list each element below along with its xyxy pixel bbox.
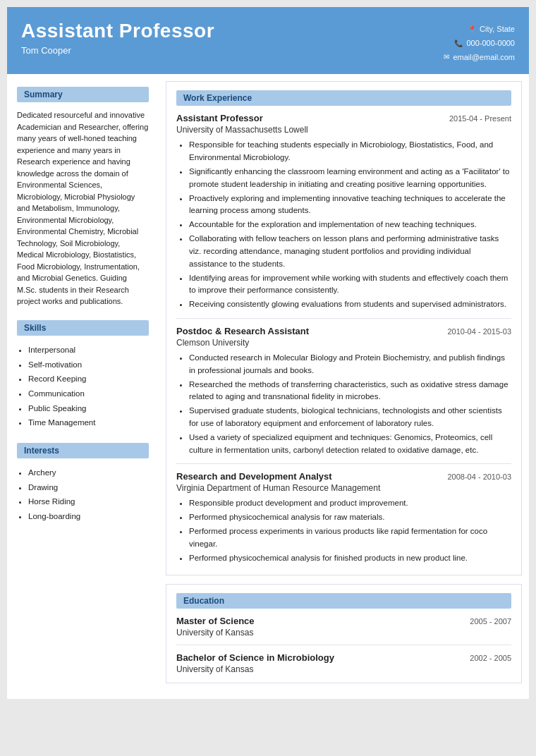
header-left: Assistant Professor Tom Cooper bbox=[21, 20, 214, 56]
header-right: 📍 City, State 📞 000-000-0000 ✉ email@ema… bbox=[444, 23, 515, 64]
bullet: Used a variety of specialized equipment … bbox=[189, 432, 511, 457]
contact-email: ✉ email@email.com bbox=[444, 51, 515, 65]
education-card: Education Master of Science 2005 - 2007 … bbox=[166, 584, 522, 683]
job-2-dates: 2010-04 - 2015-03 bbox=[447, 327, 511, 336]
interests-section: Interests Archery Drawing Horse Riding L… bbox=[17, 443, 149, 524]
skills-section: Skills Interpersonal Self-motivation Rec… bbox=[17, 320, 149, 430]
job-1: Assistant Professor 2015-04 - Present Un… bbox=[176, 113, 511, 311]
job-2-title: Postdoc & Research Assistant bbox=[176, 326, 309, 336]
degree-1-title: Master of Science bbox=[176, 616, 255, 626]
right-column: Work Experience Assistant Professor 2015… bbox=[159, 74, 529, 698]
skill-item: Public Speaking bbox=[28, 401, 149, 416]
job-1-header: Assistant Professor 2015-04 - Present bbox=[176, 113, 511, 123]
job-3-title: Research and Development Analyst bbox=[176, 471, 332, 482]
bullet: Responsible product development and prod… bbox=[189, 497, 511, 510]
phone-text: 000-000-0000 bbox=[466, 37, 515, 51]
divider-2 bbox=[176, 463, 511, 464]
location-icon: 📍 bbox=[468, 23, 476, 36]
interests-list: Archery Drawing Horse Riding Long-boardi… bbox=[17, 465, 149, 524]
left-column: Summary Dedicated resourceful and innova… bbox=[7, 74, 159, 698]
job-2-header: Postdoc & Research Assistant 2010-04 - 2… bbox=[176, 326, 511, 336]
skill-item: Time Management bbox=[28, 415, 149, 430]
interests-header: Interests bbox=[17, 443, 149, 458]
bullet: Significantly enhancing the classroom le… bbox=[189, 166, 511, 191]
candidate-name: Tom Cooper bbox=[21, 45, 214, 56]
job-2-org: Clemson University bbox=[176, 338, 511, 348]
skill-item: Record Keeping bbox=[28, 372, 149, 386]
email-icon: ✉ bbox=[444, 51, 449, 63]
skill-item: Interpersonal bbox=[28, 343, 149, 358]
contact-phone: 📞 000-000-0000 bbox=[444, 37, 515, 51]
summary-header: Summary bbox=[17, 87, 149, 102]
job-3-header: Research and Development Analyst 2008-04… bbox=[176, 471, 511, 482]
work-experience-card: Work Experience Assistant Professor 2015… bbox=[166, 81, 522, 575]
interest-item: Archery bbox=[28, 465, 149, 480]
bullet: Proactively exploring and implementing i… bbox=[189, 193, 511, 218]
summary-text: Dedicated resourceful and innovative Aca… bbox=[17, 109, 149, 307]
divider-1 bbox=[176, 318, 511, 319]
bullet: Conducted research in Molecular Biology … bbox=[189, 352, 511, 377]
degree-2-row: Bachelor of Science in Microbiology 2002… bbox=[176, 652, 511, 663]
education-header: Education bbox=[176, 593, 511, 609]
job-1-org: University of Massachusetts Lowell bbox=[176, 125, 511, 135]
location-text: City, State bbox=[480, 23, 515, 37]
degree-2-school: University of Kansas bbox=[176, 664, 511, 674]
job-3: Research and Development Analyst 2008-04… bbox=[176, 471, 511, 564]
interest-item: Drawing bbox=[28, 480, 149, 495]
degree-2: Bachelor of Science in Microbiology 2002… bbox=[176, 652, 511, 674]
bullet: Identifying areas for improvement while … bbox=[189, 272, 511, 298]
body-layout: Summary Dedicated resourceful and innova… bbox=[7, 74, 529, 698]
phone-icon: 📞 bbox=[454, 37, 463, 50]
degree-1-row: Master of Science 2005 - 2007 bbox=[176, 616, 511, 626]
bullet: Performed process experiments in various… bbox=[189, 525, 511, 551]
job-1-bullets: Responsible for teaching students especi… bbox=[176, 139, 511, 311]
contact-location: 📍 City, State bbox=[444, 23, 515, 37]
degree-1: Master of Science 2005 - 2007 University… bbox=[176, 616, 511, 638]
degree-1-dates: 2005 - 2007 bbox=[470, 617, 511, 626]
summary-section: Summary Dedicated resourceful and innova… bbox=[17, 87, 149, 307]
degree-2-title: Bachelor of Science in Microbiology bbox=[176, 652, 334, 663]
bullet: Supervised graduate students, biological… bbox=[189, 405, 511, 430]
bullet: Receiving consistently glowing evaluatio… bbox=[189, 298, 511, 311]
job-title-header: Assistant Professor bbox=[21, 20, 214, 42]
job-3-bullets: Responsible product development and prod… bbox=[176, 497, 511, 564]
edu-divider bbox=[176, 645, 511, 645]
job-1-title: Assistant Professor bbox=[176, 113, 263, 123]
job-1-dates: 2015-04 - Present bbox=[449, 114, 511, 123]
header: Assistant Professor Tom Cooper 📍 City, S… bbox=[7, 7, 529, 74]
bullet: Accountable for the exploration and impl… bbox=[189, 219, 511, 231]
bullet: Performed physicochemical analysis for r… bbox=[189, 511, 511, 524]
skills-header: Skills bbox=[17, 320, 149, 336]
bullet: Performed physicochemical analysis for f… bbox=[189, 552, 511, 565]
interest-item: Long-boarding bbox=[28, 509, 149, 524]
skills-list: Interpersonal Self-motivation Record Kee… bbox=[17, 343, 149, 430]
resume-wrapper: Assistant Professor Tom Cooper 📍 City, S… bbox=[7, 7, 529, 699]
bullet: Researched the methods of transferring c… bbox=[189, 379, 511, 404]
work-experience-header: Work Experience bbox=[176, 90, 511, 106]
job-3-org: Virginia Department of Human Resource Ma… bbox=[176, 483, 511, 493]
degree-2-dates: 2002 - 2005 bbox=[470, 654, 511, 662]
skill-item: Self-motivation bbox=[28, 358, 149, 372]
degree-1-school: University of Kansas bbox=[176, 628, 511, 638]
bullet: Responsible for teaching students especi… bbox=[189, 139, 511, 164]
bullet: Collaborating with fellow teachers on le… bbox=[189, 233, 511, 270]
email-text: email@email.com bbox=[453, 51, 515, 65]
job-2: Postdoc & Research Assistant 2010-04 - 2… bbox=[176, 326, 511, 457]
job-3-dates: 2008-04 - 2010-03 bbox=[447, 472, 511, 481]
job-2-bullets: Conducted research in Molecular Biology … bbox=[176, 352, 511, 457]
interest-item: Horse Riding bbox=[28, 494, 149, 509]
skill-item: Communication bbox=[28, 386, 149, 401]
